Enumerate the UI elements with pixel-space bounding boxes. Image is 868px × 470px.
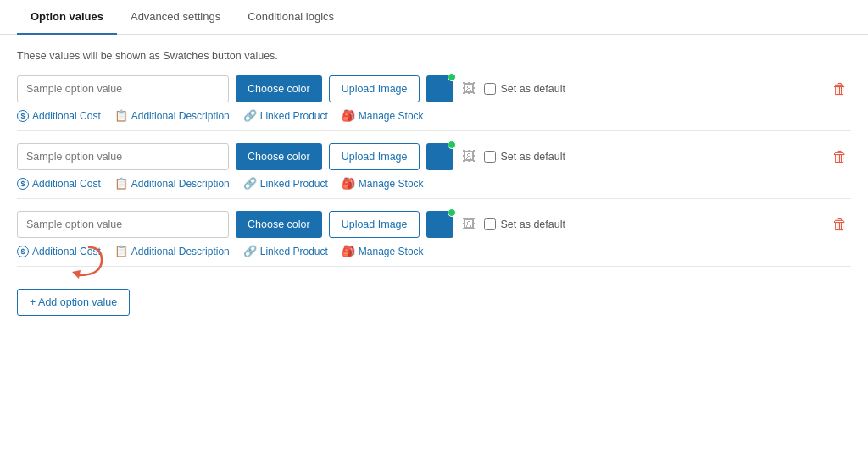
default-label-1: Set as default	[500, 83, 565, 95]
manage-stock-3[interactable]: 🎒 Manage Stock	[342, 245, 424, 257]
arrow-indicator	[64, 243, 110, 281]
tab-advanced-settings[interactable]: Advanced settings	[117, 0, 234, 35]
tab-option-values[interactable]: Option values	[17, 0, 117, 35]
linked-label-1: Linked Product	[260, 110, 328, 122]
trash-icon-2: 🗑	[832, 148, 848, 166]
manage-stock-1[interactable]: 🎒 Manage Stock	[342, 109, 424, 122]
default-checkbox-1[interactable]	[484, 83, 496, 95]
option-row-3: Choose color Upload Image 🖼 Set as defau…	[17, 211, 851, 257]
upload-image-button-3[interactable]: Upload Image	[329, 211, 420, 238]
cost-icon-2: $	[17, 178, 29, 190]
option-controls-1: Choose color Upload Image 🖼 Set as defau…	[17, 75, 851, 102]
link-icon-3: 🔗	[243, 245, 257, 257]
linked-label-2: Linked Product	[260, 178, 328, 190]
color-swatch-2[interactable]	[426, 143, 453, 170]
linked-product-2[interactable]: 🔗 Linked Product	[243, 177, 328, 190]
stock-icon-2: 🎒	[342, 177, 355, 190]
desc-icon-1: 📋	[114, 109, 128, 122]
manage-stock-2[interactable]: 🎒 Manage Stock	[342, 177, 424, 190]
default-label-3: Set as default	[500, 218, 565, 230]
upload-image-button-1[interactable]: Upload Image	[329, 75, 420, 102]
option-controls-2: Choose color Upload Image 🖼 Set as defau…	[17, 143, 851, 170]
additional-desc-3[interactable]: 📋 Additional Description	[114, 245, 230, 257]
desc-label-1: Additional Description	[131, 110, 230, 122]
choose-color-button-2[interactable]: Choose color	[236, 143, 322, 170]
default-checkbox-2[interactable]	[484, 151, 496, 163]
stock-icon-3: 🎒	[342, 245, 355, 257]
option-controls-3: Choose color Upload Image 🖼 Set as defau…	[17, 211, 851, 238]
additional-desc-2[interactable]: 📋 Additional Description	[114, 177, 230, 190]
trash-icon-1: 🗑	[832, 80, 848, 98]
cost-label-1: Additional Cost	[32, 110, 101, 122]
option-input-1[interactable]	[17, 75, 229, 102]
subactions-2: $ Additional Cost 📋 Additional Descripti…	[17, 177, 851, 190]
additional-cost-2[interactable]: $ Additional Cost	[17, 178, 101, 190]
set-as-default-1: Set as default	[484, 83, 565, 95]
svg-marker-0	[72, 270, 81, 279]
additional-desc-1[interactable]: 📋 Additional Description	[114, 109, 230, 122]
set-as-default-3: Set as default	[484, 218, 565, 230]
add-option-container: + Add option value	[17, 279, 130, 316]
choose-color-button-3[interactable]: Choose color	[236, 211, 322, 238]
tab-conditional-logics[interactable]: Conditional logics	[234, 0, 348, 35]
tab-bar: Option values Advanced settings Conditio…	[0, 0, 868, 35]
default-checkbox-3[interactable]	[484, 218, 496, 230]
stock-label-3: Manage Stock	[359, 246, 424, 257]
cost-icon-1: $	[17, 110, 29, 122]
separator-2	[17, 198, 851, 199]
option-input-3[interactable]	[17, 211, 229, 238]
page-container: Option values Advanced settings Conditio…	[0, 0, 868, 470]
link-icon-2: 🔗	[243, 177, 257, 190]
color-swatch-3[interactable]	[426, 211, 453, 238]
option-row-2: Choose color Upload Image 🖼 Set as defau…	[17, 143, 851, 190]
swatch-dot-1	[448, 73, 456, 81]
color-swatch-1[interactable]	[426, 75, 453, 102]
swatch-dot-2	[448, 141, 456, 149]
cost-label-2: Additional Cost	[32, 178, 101, 190]
swatch-dot-3	[448, 208, 456, 217]
stock-label-1: Manage Stock	[359, 110, 424, 122]
desc-icon-3: 📋	[114, 245, 128, 257]
trash-icon-3: 🗑	[832, 216, 848, 234]
separator-1	[17, 130, 851, 131]
linked-label-3: Linked Product	[260, 246, 328, 257]
delete-button-1[interactable]: 🗑	[829, 80, 851, 98]
desc-icon-2: 📋	[114, 177, 128, 190]
content-area: These values will be shown as Swatches b…	[0, 35, 868, 333]
image-icon-1[interactable]: 🖼	[460, 80, 477, 97]
image-icon-3[interactable]: 🖼	[460, 216, 477, 233]
additional-cost-1[interactable]: $ Additional Cost	[17, 110, 101, 122]
separator-3	[17, 266, 851, 267]
cost-icon-3: $	[17, 246, 29, 257]
desc-label-2: Additional Description	[131, 178, 230, 190]
add-option-button[interactable]: + Add option value	[17, 289, 130, 316]
option-input-2[interactable]	[17, 143, 229, 170]
subactions-1: $ Additional Cost 📋 Additional Descripti…	[17, 109, 851, 122]
set-as-default-2: Set as default	[484, 151, 565, 163]
desc-label-3: Additional Description	[131, 246, 230, 257]
linked-product-3[interactable]: 🔗 Linked Product	[243, 245, 328, 257]
stock-label-2: Manage Stock	[359, 178, 424, 190]
link-icon-1: 🔗	[243, 109, 257, 122]
option-row-1: Choose color Upload Image 🖼 Set as defau…	[17, 75, 851, 122]
image-icon-2[interactable]: 🖼	[460, 148, 477, 165]
subactions-3: $ Additional Cost 📋 Additional Descripti…	[17, 245, 851, 257]
hint-text: These values will be shown as Swatches b…	[17, 50, 851, 62]
delete-button-3[interactable]: 🗑	[829, 216, 851, 234]
upload-image-button-2[interactable]: Upload Image	[329, 143, 420, 170]
default-label-2: Set as default	[500, 151, 565, 163]
stock-icon-1: 🎒	[342, 109, 355, 122]
choose-color-button-1[interactable]: Choose color	[236, 75, 322, 102]
delete-button-2[interactable]: 🗑	[829, 148, 851, 166]
linked-product-1[interactable]: 🔗 Linked Product	[243, 109, 328, 122]
